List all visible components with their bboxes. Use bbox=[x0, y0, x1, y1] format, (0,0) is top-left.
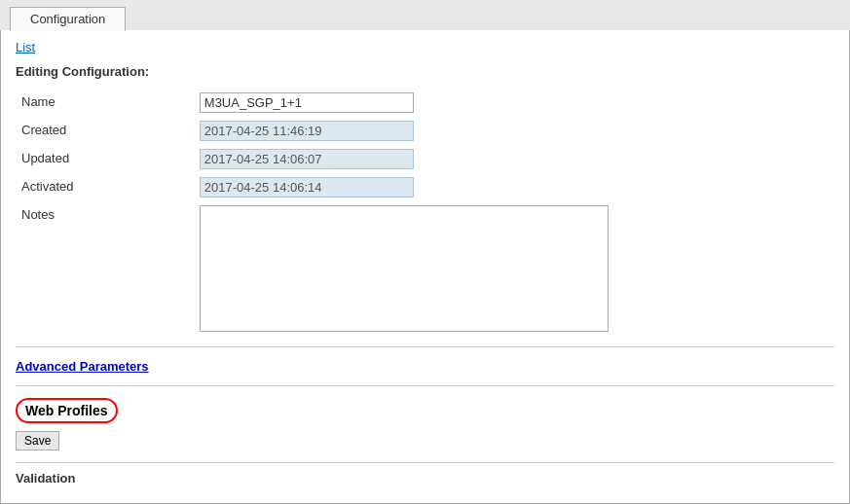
page-wrapper: Configuration List Editing Configuration… bbox=[0, 0, 850, 504]
created-label: Created bbox=[16, 117, 194, 145]
updated-label: Updated bbox=[16, 145, 194, 173]
name-input-cell bbox=[194, 89, 834, 117]
activated-row: Activated bbox=[16, 173, 834, 201]
activated-input-cell bbox=[194, 173, 834, 201]
notes-label: Notes bbox=[16, 201, 194, 339]
updated-input bbox=[200, 149, 414, 169]
name-input[interactable] bbox=[200, 92, 414, 113]
notes-textarea[interactable] bbox=[200, 205, 609, 332]
web-profiles-link[interactable]: Web Profiles bbox=[16, 398, 118, 423]
save-button[interactable]: Save bbox=[16, 431, 59, 450]
name-row: Name bbox=[16, 89, 834, 117]
form-table: Name Created Updated Activated bbox=[16, 89, 834, 339]
updated-input-cell bbox=[194, 145, 834, 173]
notes-input-cell bbox=[194, 201, 834, 339]
name-label: Name bbox=[16, 89, 194, 117]
tab-label: Configuration bbox=[30, 12, 105, 26]
created-input bbox=[200, 121, 414, 141]
activated-label: Activated bbox=[16, 173, 194, 201]
notes-row: Notes bbox=[16, 201, 834, 339]
section-title: Editing Configuration: bbox=[16, 64, 834, 79]
divider-2 bbox=[16, 385, 834, 386]
divider-3 bbox=[16, 462, 834, 463]
activated-input bbox=[200, 177, 414, 198]
created-input-cell bbox=[194, 117, 834, 145]
updated-row: Updated bbox=[16, 145, 834, 173]
configuration-tab[interactable]: Configuration bbox=[10, 7, 126, 31]
web-profiles-container: Web Profiles bbox=[16, 398, 118, 423]
tab-bar: Configuration bbox=[0, 0, 850, 30]
validation-label: Validation bbox=[16, 471, 834, 486]
list-link[interactable]: List bbox=[16, 40, 35, 54]
created-row: Created bbox=[16, 117, 834, 145]
divider-1 bbox=[16, 346, 834, 347]
advanced-parameters-link[interactable]: Advanced Parameters bbox=[16, 359, 149, 374]
main-content: List Editing Configuration: Name Created… bbox=[0, 30, 850, 504]
